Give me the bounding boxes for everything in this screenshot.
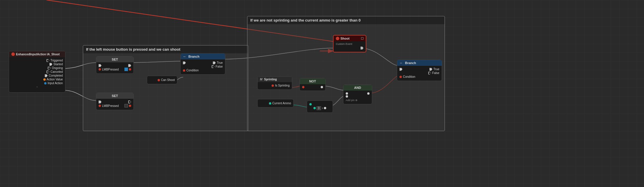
not-node[interactable]: NOT (299, 78, 326, 91)
and-node[interactable]: AND Add pin ⊕ (343, 84, 372, 104)
enhanced-input-title: EnhancedInputAction IA_Shoot (16, 53, 60, 56)
current-ammo-node[interactable]: Current Ammo (257, 99, 294, 107)
add-pin-label[interactable]: Add pin ⊕ (346, 98, 370, 102)
sprinting-title: Sprinting (264, 78, 277, 81)
set-false-node[interactable]: SET LMBPressed (96, 93, 134, 110)
set-true-title: SET (112, 58, 118, 61)
can-shoot-node[interactable]: Can Shoot (147, 76, 177, 84)
shoot-custom-event-node[interactable]: Shoot Custom Event (333, 35, 366, 52)
comment-right-title: If we are not sprinting and the current … (247, 16, 445, 24)
branch-left-node[interactable]: ↔ Branch True False Condition (180, 53, 225, 75)
is-sprinting-label: Is Sprinting (275, 84, 290, 87)
greater-than-node[interactable]: 0 › (307, 100, 333, 113)
branch-left-title: Branch (188, 55, 199, 58)
shoot-node-subtitle: Custom Event (336, 43, 363, 45)
shoot-node-title: Shoot (340, 37, 349, 40)
branch-right-node[interactable]: ↔ Branch True False Condition (397, 60, 442, 81)
and-title: AND (354, 86, 361, 89)
branch-right-title: Branch (405, 61, 416, 65)
not-title: NOT (309, 80, 316, 83)
can-shoot-label: Can Shoot (161, 78, 175, 82)
sprinting-node[interactable]: M Sprinting Is Sprinting (257, 76, 292, 90)
set-true-node[interactable]: SET LMBPressed (96, 56, 134, 74)
enhanced-input-node[interactable]: EnhancedInputAction IA_Shoot Triggered S… (9, 51, 65, 93)
current-ammo-label: Current Ammo (272, 102, 291, 105)
set-false-title: SET (112, 94, 118, 98)
comment-left-title: If the left mouse button is pressed and … (83, 45, 248, 53)
